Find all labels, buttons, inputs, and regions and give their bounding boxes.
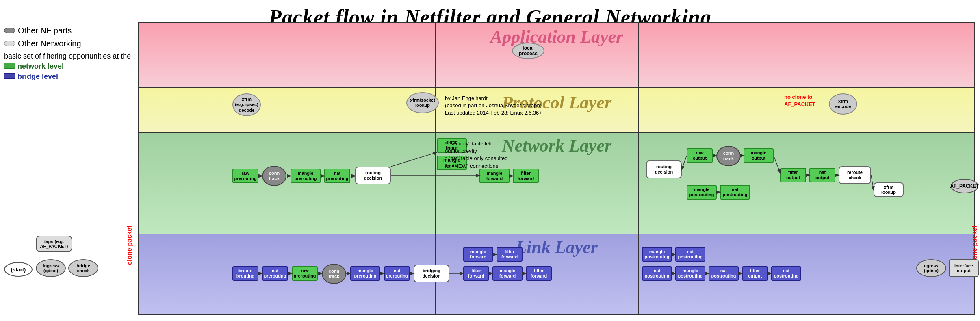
node-nat-prerouting-net: natprerouting bbox=[324, 169, 350, 183]
node-filter-forward-net: filterforward bbox=[513, 169, 539, 183]
node-mangle-forward-link-upper: mangleforward bbox=[463, 247, 493, 262]
note-security: * "security" table left out for brevity … bbox=[445, 140, 508, 170]
node-broute-brouting: broutebrouting bbox=[232, 266, 258, 281]
clone-label-left: clone packet bbox=[126, 226, 133, 265]
node-mangle-postrouting-link: manglepostrouting bbox=[675, 266, 705, 281]
layer-link-label: Link Layer bbox=[139, 234, 974, 258]
node-filter-forward-link-upper: filterforward bbox=[497, 247, 523, 262]
legend-panel: Other NF parts Other Networking basic se… bbox=[4, 24, 131, 82]
node-nat-postrouting-net: natpostrouting bbox=[720, 185, 750, 200]
node-egress-qdisc: egress(qdisc) bbox=[916, 259, 946, 277]
node-mangle-prerouting-link: mangleprerouting bbox=[350, 266, 380, 281]
node-nat-postrouting-link2: natpostrouting bbox=[709, 266, 739, 281]
legend-blue-icon bbox=[4, 73, 15, 79]
node-mangle-prerouting-net: mangleprerouting bbox=[291, 169, 321, 183]
node-mangle-postrouting-net: manglepostrouting bbox=[687, 185, 717, 200]
node-filter-forward-link: filterforward bbox=[463, 266, 489, 281]
node-ingress-qdisc: ingress(qdisc) bbox=[36, 259, 66, 277]
legend-nf-icon bbox=[4, 28, 15, 33]
divider-2 bbox=[638, 22, 639, 315]
legend-nf-label: Other NF parts bbox=[18, 24, 72, 37]
legend-filter-desc: basic set of filtering opportunities at … bbox=[4, 52, 131, 60]
node-nat-output: natoutput bbox=[809, 168, 835, 182]
node-reroute-check: reroutecheck bbox=[839, 166, 871, 184]
layer-network: Network Layer bbox=[138, 132, 975, 238]
legend-network-level: network level bbox=[17, 62, 64, 70]
node-xfrm-decode: xfrm(e.g. ipsec)decode bbox=[232, 93, 261, 116]
node-nat-prerouting-link2: natprerouting bbox=[384, 266, 410, 281]
legend-green-icon bbox=[4, 63, 15, 69]
legend-bridge-level: bridge level bbox=[17, 72, 58, 80]
node-nat-prerouting-link: natprerouting bbox=[262, 266, 288, 281]
node-filter-output: filteroutput bbox=[780, 168, 806, 182]
node-bridge-check: bridgecheck bbox=[68, 259, 98, 277]
node-local-process: localprocess bbox=[512, 43, 544, 59]
node-xfrm-socket-lookup: xfrm/socketlookup bbox=[406, 92, 439, 113]
layer-network-label: Network Layer bbox=[139, 133, 974, 156]
legend-net-label: Other Networking bbox=[18, 37, 81, 50]
node-raw-prerouting-link: rawprerouting bbox=[292, 266, 318, 281]
node-raw-output-net: rawoutput bbox=[687, 148, 713, 163]
node-mangle-output-net: mangleoutput bbox=[744, 148, 774, 163]
node-af-packet-right: AF_PACKET bbox=[951, 179, 978, 193]
node-taps-af-packet: taps (e.g.AF_PACKET) bbox=[36, 236, 72, 252]
node-mangle-forward-net: mangleforward bbox=[479, 169, 510, 183]
node-nat-postrouting-link3: natpostrouting bbox=[771, 266, 801, 281]
node-mangle-postrouting-link-upper: manglepostrouting bbox=[642, 247, 672, 262]
layer-app-label: Application Layer bbox=[139, 23, 974, 47]
note-no-clone: no clone to AF_PACKET bbox=[784, 93, 815, 108]
node-conntrack-out: conntrack bbox=[716, 146, 741, 166]
node-nat-postrouting-link-upper: natpostrouting bbox=[675, 247, 705, 262]
node-xfrm-lookup: xfrmlookup bbox=[874, 182, 904, 197]
node-conntrack-net: conntrack bbox=[262, 166, 286, 186]
legend-net-icon bbox=[4, 41, 15, 46]
node-start: (start) bbox=[4, 262, 33, 277]
node-filter-forward-link2: filterforward bbox=[526, 266, 552, 281]
node-conntrack-link: conntrack bbox=[322, 264, 346, 284]
node-interface-output: interfaceoutput bbox=[949, 259, 979, 277]
note-author: by Jan Engelhardt (based in part on Josh… bbox=[445, 95, 542, 117]
node-raw-prerouting-net: rawprerouting bbox=[232, 169, 258, 183]
node-xfrm-encode: xfrmencode bbox=[829, 93, 857, 115]
node-bridging-decision: bridgingdecision bbox=[414, 265, 449, 282]
node-mangle-forward-link: mangleforward bbox=[492, 266, 523, 281]
node-routing-decision-net: routingdecision bbox=[355, 167, 391, 184]
node-routing-decision-out: routingdecision bbox=[646, 160, 682, 178]
layer-application: Application Layer bbox=[138, 22, 975, 91]
node-nat-postrouting-link: natpostrouting bbox=[642, 266, 672, 281]
diagram: Application Layer Protocol Layer Network… bbox=[138, 22, 975, 315]
node-filter-output-link: filteroutput bbox=[742, 266, 768, 281]
